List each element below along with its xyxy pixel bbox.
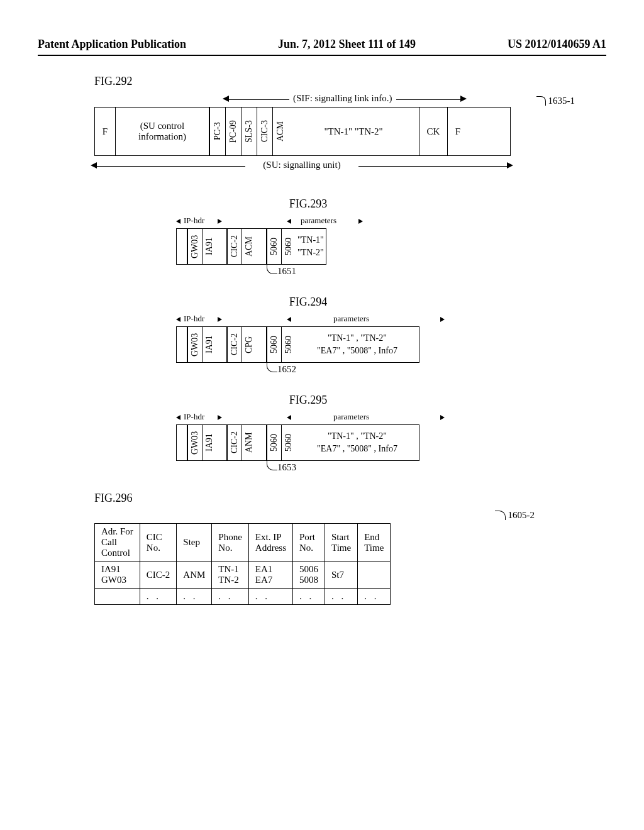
cell-cic2: CIC-2	[227, 425, 242, 460]
arrow-left-icon	[91, 162, 97, 169]
cell-pc3: PC-3	[209, 108, 225, 155]
ip-hdr-label: IP-hdr	[184, 216, 204, 226]
packet-293: GW03 IA91 CIC-2 ACM 5060 5060 "TN-1" "TN…	[176, 228, 326, 265]
table-header-row: Adr. For Call Control CIC No. Step Phone…	[95, 524, 391, 562]
cell-pc09: PC-09	[225, 108, 241, 155]
signalling-unit-box: F (SU control information) PC-3 PC-09 SL…	[94, 107, 511, 156]
cell-ia91: IA91	[202, 425, 216, 460]
td-extip: EA1 EA7	[248, 562, 292, 589]
cell-ck: CK	[419, 108, 448, 155]
th-start: Start Time	[325, 524, 358, 562]
cell-5060a: 5060	[267, 425, 281, 460]
td-port: 5006 5008	[293, 562, 325, 589]
header-left: Patent Application Publication	[38, 38, 186, 51]
cell-ia91: IA91	[202, 327, 216, 362]
cell-acm: ACM	[242, 229, 256, 264]
figure-295: FIG.295 IP-hdr parameters GW03 IA91 CIC-…	[176, 394, 606, 473]
td-start: St7	[325, 562, 358, 589]
su-arrow: (SU: signalling unit)	[94, 160, 509, 175]
cell-gw03: GW03	[187, 425, 202, 460]
ip-hdr-label: IP-hdr	[184, 314, 204, 324]
header-center: Jun. 7, 2012 Sheet 111 of 149	[278, 38, 416, 51]
fig296-label: FIG.296	[94, 492, 606, 505]
cell-sls3: SLS-3	[241, 108, 257, 155]
cell-cpg: CPG	[242, 327, 256, 362]
cell-5060a: 5060	[267, 327, 281, 362]
cell-5060b: 5060	[281, 229, 296, 264]
packet-295: GW03 IA91 CIC-2 ANM 5060 5060 "TN-1" , "…	[176, 424, 419, 461]
ref-1605-2: 1605-2	[94, 510, 535, 521]
figure-293: FIG.293 IP-hdr parameters GW03 IA91 CIC-…	[176, 197, 606, 277]
cell-5060b: 5060	[281, 425, 296, 460]
cell-params: "TN-1" "TN-2"	[296, 229, 326, 264]
figure-294: FIG.294 IP-hdr parameters GW03 IA91 CIC-…	[176, 296, 606, 375]
td-end	[358, 562, 391, 589]
td-cic: CIC-2	[140, 562, 177, 589]
arrow-left-icon	[223, 96, 229, 102]
ref-1635-1: 1635-1	[536, 96, 575, 106]
flag-f1: F	[95, 108, 116, 155]
cell-params: "TN-1" , "TN-2" "EA7" , "5008" , Info7	[296, 327, 419, 362]
cell-params: "TN-1" , "TN-2" "EA7" , "5008" , Info7	[296, 425, 419, 460]
packet-294: GW03 IA91 CIC-2 CPG 5060 5060 "TN-1" , "…	[176, 326, 419, 363]
params-label: parameters	[333, 412, 369, 422]
params-label: parameters	[333, 314, 369, 324]
cell-gw03: GW03	[187, 229, 202, 264]
page-header: Patent Application Publication Jun. 7, 2…	[38, 38, 606, 51]
cell-cic3: CIC-3	[257, 108, 272, 155]
fig292-label: FIG.292	[94, 75, 606, 88]
ip-hdr-label: IP-hdr	[184, 412, 204, 422]
su-control-info: (SU control information)	[116, 108, 209, 155]
th-port: Port No.	[293, 524, 325, 562]
arrow-right-icon	[460, 96, 467, 102]
fig293-label: FIG.293	[176, 197, 440, 211]
th-adr: Adr. For Call Control	[95, 524, 140, 562]
figure-292: FIG.292 (SIF: signalling link info.) 163…	[94, 75, 606, 175]
td-adr: IA91 GW03	[95, 562, 140, 589]
ref-1653: 1653	[264, 461, 606, 473]
fig295-label: FIG.295	[176, 394, 440, 407]
table-row-dots: . . . . . . . . . . . . . .	[95, 589, 391, 605]
fig294-label: FIG.294	[176, 296, 440, 309]
th-extip: Ext. IP Address	[248, 524, 292, 562]
table-296: Adr. For Call Control CIC No. Step Phone…	[94, 523, 391, 605]
td-step: ANM	[177, 562, 212, 589]
ref-1652: 1652	[264, 363, 606, 375]
cell-tn: "TN-1" "TN-2"	[288, 108, 419, 155]
cell-anm: ANM	[242, 425, 256, 460]
header-rule	[38, 55, 606, 56]
cell-cic2: CIC-2	[227, 327, 242, 362]
cell-5060b: 5060	[281, 327, 296, 362]
td-phone: TN-1 TN-2	[212, 562, 249, 589]
params-label: parameters	[301, 216, 336, 226]
cell-5060a: 5060	[267, 229, 281, 264]
su-label: (SU: signalling unit)	[245, 160, 358, 170]
th-cic: CIC No.	[140, 524, 177, 562]
header-right: US 2012/0140659 A1	[508, 38, 606, 51]
cell-cic2: CIC-2	[227, 229, 242, 264]
sif-label: (SIF: signalling link info.)	[289, 93, 396, 104]
table-row: IA91 GW03 CIC-2 ANM TN-1 TN-2 EA1 EA7 50…	[95, 562, 391, 589]
cell-acm: ACM	[272, 108, 288, 155]
flag-f2: F	[448, 108, 468, 155]
ref-1651: 1651	[264, 265, 606, 277]
sif-arrow: (SIF: signalling link info.)	[94, 93, 606, 107]
cell-ia91: IA91	[202, 229, 216, 264]
figure-296: FIG.296 1605-2 Adr. For Call Control CIC…	[94, 492, 606, 605]
th-step: Step	[177, 524, 212, 562]
th-phone: Phone No.	[212, 524, 249, 562]
th-end: End Time	[358, 524, 391, 562]
cell-gw03: GW03	[187, 327, 202, 362]
arrow-right-icon	[507, 162, 513, 169]
